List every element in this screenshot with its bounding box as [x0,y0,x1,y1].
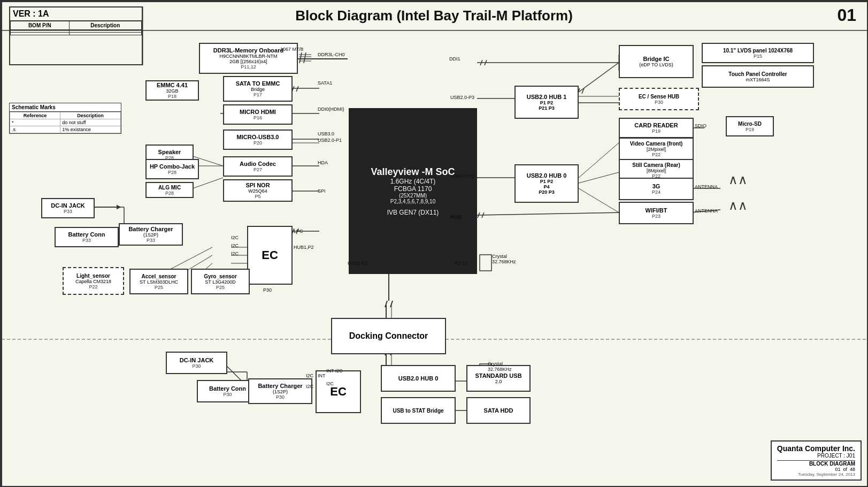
battery-conn-bottom-pnum: P30 [223,392,232,397]
svg-line-39 [296,86,298,92]
ddr3l-bus-label: DDR3L-CH0 [318,52,345,57]
still-camera-sub: [8Mpixel] [647,168,666,173]
usb2p2-bottom-label: USB2-P2 [348,261,368,266]
ver-box: VER : 1A BOM P/N Description [9,6,143,65]
card-reader-block: CARD READER P19 [619,118,694,138]
usb2-hub0-p4: P4 [543,184,549,189]
battery-charger-bottom-block: Battery Charger (1S2P) P30 [248,378,312,404]
battery-charger-top-block: Battery Charger (1S2P) P33 [119,223,183,246]
lvds-panel-block: 10.1" LVDS panel 1024X768 P15 [702,43,814,63]
ec-i2c1-label: I2C [231,235,239,240]
dc-jack-top-title: DC-IN JACK [51,202,85,209]
wifi-bus-label: PCIE [450,214,462,219]
lvds-panel-title: 10.1" LVDS panel 1024X768 [723,48,793,54]
gyro-sensor-title: Gyro_sensor [204,273,237,279]
ec-i2c2-label: I2C [231,243,239,248]
micro-hdmi-pnum: P16 [254,115,262,120]
battery-charger-top-sub: (1S2P) [143,232,158,238]
usb2-hub0-p2: P2 [547,179,553,184]
usb2p2-label: USB2.0-P2 [450,173,474,179]
soc-detail3: (25X27MM) [399,193,427,199]
3g-pnum: P24 [652,189,660,195]
usb2-hub1-title: USB2.0 HUB 1 [527,94,567,100]
soc-detail2: FCBGA 1170 [394,185,432,193]
soc-detail5: IVB GEN7 (DX11) [387,209,439,216]
wifi-bt-title: WIFI/BT [646,207,667,214]
micro-sd-pnum: P19 [746,127,754,132]
battery-charger-bottom-sub: (1S2P) [273,389,288,394]
ec-bottom-i2c1-label: I2C [306,373,313,378]
quanta-page-info: 01 of 48 [777,467,855,472]
hdmi-signal-label: DDI0(HDMI) [318,106,344,112]
battery-conn-top-pnum: P33 [82,238,91,243]
page-number: 01 [837,5,856,25]
docking-connector-title: Docking Connector [349,331,428,341]
micro-usb3-pnum: P20 [254,140,262,146]
micro-hdmi-block: MICRO HDMI P16 [223,104,293,125]
ver-table: BOM P/N Description [10,21,142,35]
light-sensor-title: Light_sensor [76,273,110,279]
crystal-top-label: Crystal32.768KHz [492,254,516,264]
bridge-ic-title: Bridge IC [643,56,670,62]
svg-line-79 [579,143,619,178]
svg-line-52 [478,212,480,218]
light-sensor-block: Light_sensor Capella CM3218 P22 [63,267,124,295]
audio-codec-block: Audio Codec P27 [223,156,293,177]
schematic-marks-title: Schematic Marks [10,103,121,112]
ddr3l-signal-label: 1067 MT/8 [280,47,303,52]
video-camera-pnum: P22 [652,152,660,157]
p2-10-label: P2-10 [455,261,467,266]
card-reader-pnum: P19 [652,128,660,134]
battery-charger-top-pnum: P33 [147,238,155,243]
3g-antenna-label: ANTENNA [695,184,718,189]
dc-jack-top-pnum: P33 [64,209,72,214]
quanta-sheet: 01 [835,467,840,472]
page-title: Block Diagram (Intel Bay Trail-M Platfor… [295,7,573,24]
svg-line-55 [390,301,393,307]
accel-sensor-title: Accel_sensor [141,273,176,279]
alg-mic-block: ALG MIC P28 [145,182,194,198]
wifi-bt-pnum: P23 [652,214,660,219]
accel-sensor-block: Accel_sensor ST LSM303DLHC P25 [129,269,188,294]
usb-stat-bridge-title: USB to STAT Bridge [393,408,443,414]
ver-title: VER : 1A [10,7,142,21]
ddi1-label: DDI1 [449,56,460,62]
gyro-sensor-pnum: P25 [216,285,225,290]
speaker-title: Speaker [158,149,181,155]
antenna-wifi-symbol: ∧∧ [728,198,748,213]
usb3-signal2-label: USB2.0-P1 [318,138,342,143]
hda-signal-label: HDA [318,160,328,165]
emmc-sub: 32GB [166,88,178,94]
schematic-marks-table: Reference Description * do not stuff .s … [10,112,121,133]
usb2-hub1-p21: P21 [539,105,547,111]
usb2-hub0-p3: P3 [549,189,555,195]
quanta-company: Quanta Computer Inc. [777,444,855,453]
ec-pnum-label: P30 [263,287,272,293]
battery-charger-bottom-title: Battery Charger [258,383,302,389]
audio-codec-pnum: P27 [254,167,262,172]
emmc-block: EMMC 4.41 32GB P18 [145,80,199,101]
video-camera-block: Video Camera (front) [2Mpixel] P22 [619,138,694,160]
schematic-marks-box: Schematic Marks Reference Description * … [9,103,121,134]
ver-row2-desc [69,33,141,35]
ec-bottom-i2c2-label: I2C [306,384,313,389]
sata-hdd-block: SATA HDD [466,397,531,424]
ec-sense-hub-pnum: P30 [655,100,663,105]
quanta-project: PROJECT : J01 [777,453,855,459]
battery-conn-bottom-title: Battery Conn [209,385,246,392]
soc-detail1: 1.6GHz (4C/4T) [390,178,436,185]
sata-emmc-pnum: P17 [254,92,262,97]
dc-jack-bottom-pnum: P30 [192,363,201,369]
ec-top-block: EC [247,226,293,285]
schematic-row2-ref: .s [10,126,60,133]
touch-panel-sub: mXT1664S [746,77,770,82]
standard-usb-sub: 2.0 [495,379,502,384]
usb2-hub0-top-title: USB2.0 HUB 0 [527,172,567,179]
bridge-ic-block: Bridge IC (eDP TO LVDS) [619,45,694,78]
hp-combo-block: HP Combo-Jack P28 [145,159,199,179]
3g-title: 3G [652,183,660,189]
emmc-pnum: P18 [168,94,176,99]
ec-hub-label: HUB1,P2 [294,245,314,250]
3g-block: 3G P24 [619,178,694,200]
svg-line-51 [485,60,487,65]
